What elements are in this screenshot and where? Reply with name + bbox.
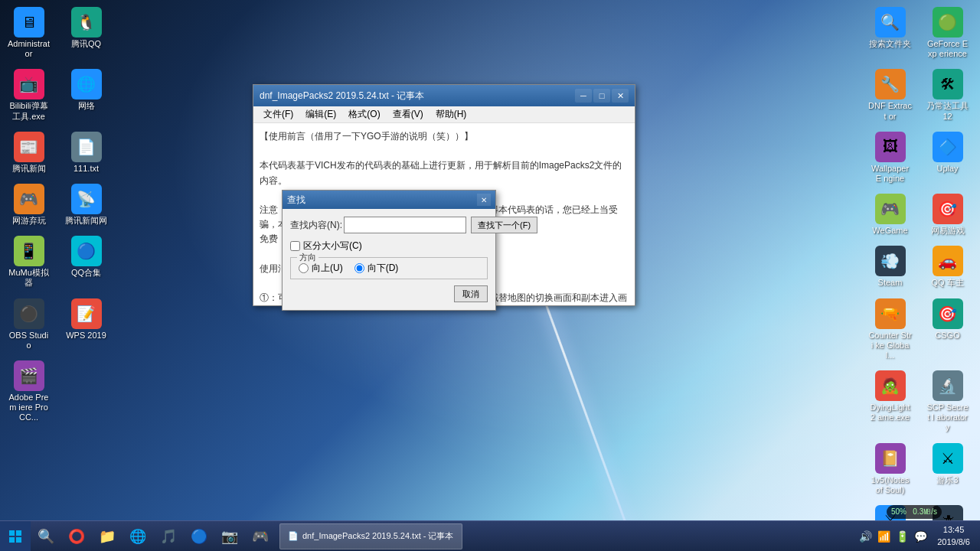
- icon-img-csgo: 🎯: [933, 298, 963, 329]
- maximize-button[interactable]: □: [593, 89, 610, 103]
- minimize-button[interactable]: ─: [575, 89, 592, 103]
- icon-label-csgo: CSGO: [935, 331, 959, 341]
- icon-img-uplay: 🔷: [933, 132, 963, 162]
- icon-img-counter-strike: 🔫: [875, 298, 906, 329]
- icon-notes[interactable]: 📔 1v5(Notes of Soul): [865, 440, 915, 498]
- icon-qq-car[interactable]: 🚗 QQ 车主: [923, 243, 972, 291]
- icon-wangzhe[interactable]: 🎮 网游弃玩: [4, 181, 54, 229]
- notepad-menubar: 文件(F) 编辑(E) 格式(O) 查看(V) 帮助(H): [253, 106, 635, 123]
- find-close-button[interactable]: ✕: [477, 194, 491, 206]
- icon-img-wangyi: 🎯: [933, 194, 963, 224]
- taskbar-tasks: 📄 dnf_ImagePacks2 2019.5.24.txt - 记事本: [276, 521, 854, 551]
- icon-label-moba: 游乐3: [936, 475, 958, 485]
- find-radio-down[interactable]: [354, 263, 364, 273]
- icon-label-scp-tools: 乃常达工具12: [926, 101, 969, 121]
- find-direction-label: 方向: [297, 252, 318, 263]
- taskbar-icon-ie[interactable]: 🌐: [122, 521, 153, 552]
- icon-dying-light[interactable]: 🧟 DyingLight2 ame.exe: [865, 367, 915, 436]
- icon-111txt[interactable]: 📄 111.txt: [61, 129, 111, 177]
- icon-img-scp-tools: 🛠: [933, 69, 963, 99]
- content-line-0: 【使用前言（借用了一下YGO手游的说明（笑））】: [260, 129, 629, 144]
- find-search-label: 查找内容(N):: [290, 219, 344, 232]
- icon-qq[interactable]: 🐧 腾讯QQ: [61, 4, 111, 62]
- icon-wegame[interactable]: 🎮 WeGame: [865, 191, 915, 239]
- tray-icon-network[interactable]: 🔊: [858, 529, 874, 544]
- icon-label-find-file: 搜索文件夹: [869, 39, 911, 49]
- menu-view[interactable]: 查看(V): [387, 106, 430, 122]
- notepad-titlebar[interactable]: dnf_ImagePacks2 2019.5.24.txt - 记事本 ─ □ …: [253, 85, 635, 106]
- find-next-button[interactable]: 查找下一个(F): [471, 217, 537, 233]
- clock[interactable]: 13:45 2019/8/6: [931, 524, 976, 548]
- content-line-2: 本代码表基于VICH发布的代码表的基础上进行更新，用于解析目前的ImagePac…: [260, 158, 629, 187]
- icon-csgo[interactable]: 🎯 CSGO: [923, 295, 972, 364]
- menu-file[interactable]: 文件(F): [257, 106, 299, 122]
- icon-admin[interactable]: 🖥 Administrat or: [4, 4, 54, 62]
- icon-adobe[interactable]: 🎬 Adobe Prem iere Pro CC...: [4, 357, 54, 426]
- icon-img-steam: 💨: [875, 246, 906, 276]
- taskbar-task-notepad[interactable]: 📄 dnf_ImagePacks2 2019.5.24.txt - 记事本: [279, 523, 462, 549]
- tray-icon-msg[interactable]: 💬: [913, 529, 929, 544]
- find-cancel-button[interactable]: 取消: [454, 285, 488, 302]
- icon-uplay[interactable]: 🔷 Uplay: [923, 129, 972, 187]
- icon-find-file[interactable]: 🔍 搜索文件夹: [865, 4, 915, 62]
- icon-mumu[interactable]: 📱 MuMu模拟器: [4, 233, 54, 291]
- icon-moba[interactable]: ⚔ 游乐3: [923, 440, 972, 498]
- taskbar-icon-browser[interactable]: 🔵: [184, 521, 214, 552]
- icon-scp-lab[interactable]: 🔬 SCP Secret l aboratory: [923, 367, 972, 436]
- find-title: 查找: [287, 194, 477, 207]
- icon-img-admin: 🖥: [14, 7, 44, 37]
- clock-time: 13:45: [943, 524, 965, 536]
- icon-img-bilibili: 📺: [14, 69, 44, 99]
- svg-rect-0: [9, 530, 15, 536]
- taskbar-icon-camera[interactable]: 📷: [214, 521, 245, 552]
- clock-date: 2019/8/6: [937, 536, 970, 548]
- notepad-title: dnf_ImagePacks2 2019.5.24.txt - 记事本: [260, 90, 575, 103]
- icon-label-steam: Steam: [878, 278, 903, 288]
- icon-dnf-extract[interactable]: 🔧 DNF Extract or: [865, 66, 915, 124]
- icon-wallpaper[interactable]: 🖼 Wallpaper E ngine: [865, 129, 915, 187]
- icon-geforce[interactable]: 🟢 GeForce Exp erience: [923, 4, 972, 62]
- find-titlebar[interactable]: 查找 ✕: [283, 191, 495, 209]
- icon-img-wangzhe: 🎮: [14, 184, 44, 214]
- icon-img-dying-light: 🧟: [875, 370, 906, 401]
- icon-network[interactable]: 🌐 网络: [61, 66, 111, 124]
- taskbar-icon-cortana[interactable]: ⭕: [61, 521, 92, 552]
- icon-img-wps: 📝: [71, 298, 102, 329]
- menu-format[interactable]: 格式(O): [342, 106, 386, 122]
- start-button[interactable]: [0, 521, 31, 552]
- icon-label-wegame: WeGame: [872, 226, 907, 236]
- taskbar-icon-game[interactable]: 🎮: [245, 521, 276, 552]
- menu-edit[interactable]: 编辑(E): [299, 106, 342, 122]
- taskbar-icon-search[interactable]: 🔍: [31, 521, 61, 552]
- find-radio-row: 向上(U) 向下(D): [299, 262, 479, 275]
- tray-icon-battery[interactable]: 🔋: [894, 529, 910, 544]
- tray-icon-volume[interactable]: 📶: [876, 529, 892, 544]
- icon-scp-tools[interactable]: 🛠 乃常达工具12: [923, 66, 972, 124]
- icon-label-network: 网络: [78, 101, 95, 111]
- icon-label-dying-light: DyingLight2 ame.exe: [868, 403, 912, 422]
- icon-counter-strike[interactable]: 🔫 Counter Stri ke Global...: [865, 295, 915, 364]
- find-radio-up[interactable]: [299, 263, 309, 273]
- taskbar-icon-music[interactable]: 🎵: [153, 521, 184, 552]
- find-search-input[interactable]: [344, 217, 466, 233]
- find-search-row: 查找内容(N): 查找下一个(F): [290, 217, 488, 233]
- svg-rect-1: [16, 530, 21, 536]
- icon-bilibili[interactable]: 📺 Bilibili弹幕工具.exe: [4, 66, 54, 124]
- find-case-checkbox[interactable]: [290, 241, 300, 251]
- task-notepad-label: dnf_ImagePacks2 2019.5.24.txt - 记事本: [302, 530, 454, 542]
- icon-steam[interactable]: 💨 Steam: [865, 243, 915, 291]
- menu-help[interactable]: 帮助(H): [430, 106, 473, 122]
- icon-tencent-news[interactable]: 📰 腾讯新闻: [4, 129, 54, 177]
- icon-img-dnf-extract: 🔧: [875, 69, 906, 99]
- close-button[interactable]: ✕: [612, 89, 629, 103]
- icon-label-admin: Administrat or: [7, 39, 51, 59]
- icon-txnews2[interactable]: 📡 腾讯新闻网: [61, 181, 111, 229]
- icon-qq-browser[interactable]: 🔵 QQ合集: [61, 233, 111, 291]
- taskbar-icon-files[interactable]: 📁: [92, 521, 122, 552]
- icon-wps[interactable]: 📝 WPS 2019: [61, 295, 111, 354]
- svg-rect-3: [16, 537, 21, 543]
- icon-wangyi[interactable]: 🎯 网易游戏: [923, 191, 972, 239]
- icon-obs[interactable]: ⚫ OBS Studio: [4, 295, 54, 354]
- speed-value: 0.3㎆/s: [913, 507, 937, 516]
- find-radio-down-item: 向下(D): [354, 262, 399, 275]
